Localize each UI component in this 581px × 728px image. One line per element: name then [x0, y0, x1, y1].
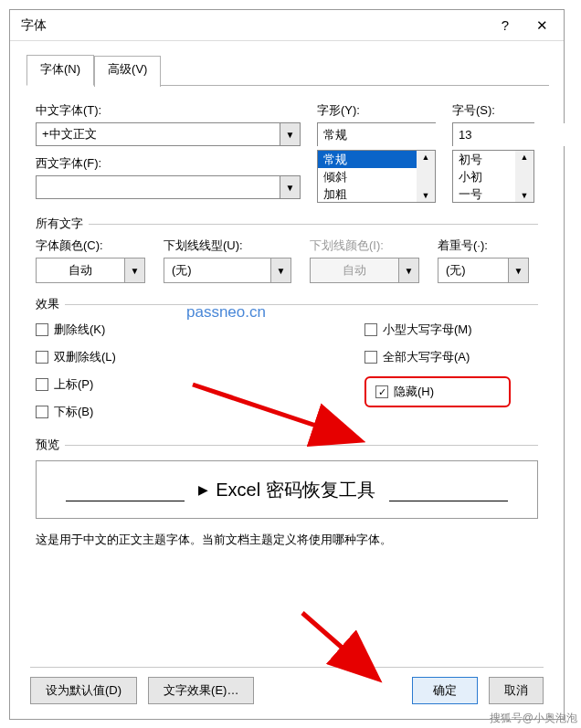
- chevron-down-icon[interactable]: ▼: [508, 258, 528, 282]
- double-strike-checkbox[interactable]: 双删除线(L): [36, 349, 310, 365]
- style-combo[interactable]: [317, 122, 436, 146]
- play-icon: ▶: [198, 482, 208, 497]
- allcaps-checkbox[interactable]: 全部大写字母(A): [364, 349, 511, 365]
- list-item[interactable]: 初号: [453, 151, 515, 168]
- scrollbar[interactable]: ▲▼: [515, 151, 533, 202]
- list-item[interactable]: 一号: [453, 185, 515, 202]
- chevron-down-icon[interactable]: ▼: [124, 258, 144, 282]
- list-item[interactable]: 倾斜: [318, 168, 417, 185]
- cancel-button[interactable]: 取消: [489, 677, 544, 704]
- help-button[interactable]: ?: [487, 12, 523, 39]
- chevron-down-icon[interactable]: ▼: [280, 123, 300, 145]
- cn-font-label: 中文字体(T):: [36, 102, 301, 119]
- dialog-title: 字体: [21, 17, 487, 34]
- underline-color-select: 自动 ▼: [310, 258, 419, 283]
- smallcaps-checkbox[interactable]: 小型大写字母(M): [364, 322, 511, 338]
- scrollbar[interactable]: ▲▼: [417, 151, 435, 202]
- style-listbox[interactable]: 常规 倾斜 加粗 ▲▼: [317, 150, 436, 203]
- chevron-down-icon[interactable]: ▼: [270, 258, 290, 282]
- cn-font-input[interactable]: [37, 123, 280, 145]
- underline-color-label: 下划线颜色(I):: [310, 237, 419, 254]
- underline-label: 下划线线型(U):: [164, 237, 291, 254]
- all-text-section: 所有文字: [36, 216, 538, 232]
- underline-select[interactable]: (无) ▼: [164, 258, 291, 283]
- list-item[interactable]: 常规: [318, 151, 417, 168]
- tab-strip: 字体(N) 高级(V): [26, 54, 549, 86]
- chevron-down-icon[interactable]: ▼: [280, 176, 300, 198]
- preview-text: Excel 密码恢复工具: [216, 478, 375, 502]
- west-font-label: 西文字体(F):: [36, 155, 301, 172]
- titlebar: 字体 ? ✕: [10, 10, 564, 41]
- set-default-button[interactable]: 设为默认值(D): [30, 677, 137, 704]
- dialog-footer: 设为默认值(D) 文字效果(E)… 确定 取消: [10, 677, 564, 704]
- hidden-highlight-box: 隐藏(H): [364, 376, 511, 407]
- hidden-checkbox[interactable]: 隐藏(H): [375, 384, 500, 400]
- chevron-down-icon: ▼: [398, 258, 418, 282]
- watermark-text: passneo.cn: [186, 303, 266, 322]
- style-label: 字形(Y):: [317, 102, 436, 119]
- west-font-input[interactable]: [37, 176, 280, 198]
- ok-button[interactable]: 确定: [412, 677, 478, 704]
- cn-font-combo[interactable]: ▼: [36, 122, 301, 146]
- preview-section: 预览: [36, 437, 538, 453]
- emphasis-select[interactable]: (无) ▼: [438, 258, 529, 283]
- tab-advanced[interactable]: 高级(V): [94, 56, 161, 87]
- credit-text: 搜狐号@小奥泡泡: [490, 711, 577, 726]
- list-item[interactable]: 加粗: [318, 185, 417, 202]
- text-effects-button[interactable]: 文字效果(E)…: [148, 677, 254, 704]
- size-combo[interactable]: [452, 122, 534, 146]
- west-font-combo[interactable]: ▼: [36, 175, 301, 199]
- strike-checkbox[interactable]: 删除线(K): [36, 322, 310, 338]
- size-label: 字号(S):: [452, 102, 534, 119]
- size-listbox[interactable]: 初号 小初 一号 ▲▼: [452, 150, 534, 203]
- font-color-label: 字体颜色(C):: [36, 237, 145, 254]
- subscript-checkbox[interactable]: 下标(B): [36, 404, 310, 420]
- font-color-select[interactable]: 自动 ▼: [36, 258, 145, 283]
- close-button[interactable]: ✕: [523, 12, 560, 39]
- description-text: 这是用于中文的正文主题字体。当前文档主题定义将使用哪种字体。: [36, 532, 538, 548]
- emphasis-label: 着重号(·):: [438, 237, 529, 254]
- preview-box: ▶Excel 密码恢复工具: [36, 460, 538, 519]
- list-item[interactable]: 小初: [453, 168, 515, 185]
- size-input[interactable]: [453, 123, 581, 146]
- effects-section: 效果: [36, 296, 538, 312]
- tab-font[interactable]: 字体(N): [26, 55, 94, 86]
- font-dialog: 字体 ? ✕ 字体(N) 高级(V) 中文字体(T): ▼ 西文字体(F): ▼: [9, 9, 565, 720]
- superscript-checkbox[interactable]: 上标(P): [36, 376, 310, 393]
